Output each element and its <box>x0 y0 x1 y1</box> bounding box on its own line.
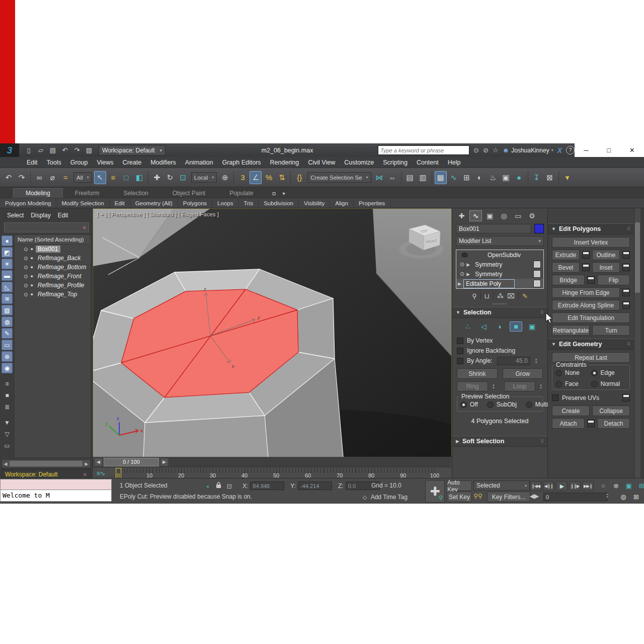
menu-scripting[interactable]: Scripting <box>378 159 412 166</box>
key-filters-icon[interactable]: ⚲⚲ <box>473 492 482 500</box>
filter-materials-icon[interactable]: ▧ <box>2 305 13 315</box>
modifier-gizmo-box[interactable] <box>533 261 541 268</box>
mini-curve-editor-icon[interactable]: ≡∿ <box>97 470 105 477</box>
by-angle-value[interactable]: 45.0 <box>497 357 530 365</box>
panel-modify-selection[interactable]: Modify Selection <box>56 198 109 208</box>
filter-containers-icon[interactable]: ▭ <box>2 340 13 350</box>
snaps-toggle-icon[interactable]: 3 <box>236 171 249 184</box>
make-unique-icon[interactable]: ⁂ <box>497 292 504 300</box>
time-slider-track[interactable] <box>170 458 450 466</box>
view-list-icon[interactable]: ≡ <box>2 378 13 389</box>
modifier-row-opensubdiv[interactable]: OpenSubdiv <box>456 250 543 260</box>
exchange-icon[interactable]: X <box>557 146 562 154</box>
list-item[interactable]: ⊙● RefImage_Profile <box>15 281 91 290</box>
insert-vertex-button[interactable]: Insert Vertex <box>552 237 630 248</box>
panel-align[interactable]: Align <box>330 198 354 208</box>
explorer-horizontal-scrollbar[interactable]: ◀ ▶ <box>2 459 91 468</box>
edit-triangulation-button[interactable]: Edit Triangulation <box>552 312 630 323</box>
hinge-settings-icon[interactable] <box>622 289 630 296</box>
redo-icon[interactable]: ↷ <box>16 171 28 184</box>
filter-shapes-icon[interactable]: ◩ <box>2 247 13 258</box>
modifier-list-dropdown[interactable]: Modifier List ▾ <box>456 236 544 246</box>
ribbon-tab-selection[interactable]: Selection <box>111 189 160 198</box>
spinner-arrows-icon[interactable]: ▲▼ <box>492 383 495 389</box>
tab-modify-icon[interactable]: ∿ <box>469 210 482 221</box>
scene-object-box001[interactable] <box>93 269 343 457</box>
ribbon-tab-modeling[interactable]: Modeling <box>13 188 63 198</box>
expand-arrow-icon[interactable]: ▶ <box>466 262 470 267</box>
communication-center-icon[interactable]: ⊘ <box>483 146 489 154</box>
visibility-eye-icon[interactable]: ⊙ <box>24 247 28 252</box>
ribbon-tab-populate[interactable]: Populate <box>217 189 265 198</box>
shrink-button[interactable]: Shrink <box>457 368 498 379</box>
go-to-end-icon[interactable]: ▶▶❙ <box>582 481 594 491</box>
panel-properties[interactable]: Properties <box>354 198 390 208</box>
favorites-icon[interactable]: ☆ <box>493 146 499 154</box>
attach-button[interactable]: Attach <box>552 418 585 429</box>
preview-multi-radio[interactable]: Multi <box>526 401 548 408</box>
object-name-field[interactable]: Box001 <box>456 224 531 233</box>
subobject-element-icon[interactable]: ▣ <box>526 321 538 332</box>
flyout-arrow-icon[interactable]: ▾ <box>561 171 574 184</box>
save-file-icon[interactable]: ▤ <box>47 145 58 155</box>
previous-key-icon[interactable]: ◀❙❙ <box>543 481 554 491</box>
project-folder-icon[interactable]: ▨ <box>84 145 95 155</box>
object-name[interactable]: RefImage_Profile <box>36 282 87 289</box>
visibility-eye-icon[interactable]: ⊙ <box>460 271 464 277</box>
collapse-button[interactable]: Collapse <box>592 406 630 416</box>
hinge-from-edge-button[interactable]: Hinge From Edge <box>552 287 620 298</box>
view-frame-icon[interactable]: ■ <box>2 390 13 400</box>
menu-customize[interactable]: Customize <box>340 159 378 166</box>
folder-icon[interactable]: ▭ <box>2 440 13 451</box>
tab-hierarchy-icon[interactable]: ▣ <box>484 210 496 221</box>
select-and-rotate-icon[interactable]: ↻ <box>164 171 176 184</box>
bridge-settings-icon[interactable] <box>587 276 595 284</box>
attach-settings-icon[interactable] <box>587 420 595 427</box>
ribbon-tab-object-paint[interactable]: Object Paint <box>160 189 217 198</box>
filter-lights-icon[interactable]: ☀ <box>2 259 13 269</box>
panel-resize-grip[interactable]: •••••• <box>452 302 547 307</box>
rendered-frame-icon[interactable]: ▣ <box>500 171 512 184</box>
percent-snap-icon[interactable]: % <box>263 171 275 184</box>
ribbon-minimize-icon[interactable]: ↧ <box>531 171 543 184</box>
show-end-result-icon[interactable]: ⊔ <box>485 292 490 300</box>
explorer-search-input[interactable]: ✕ <box>4 222 89 232</box>
visibility-eye-icon[interactable]: ⊙ <box>460 261 464 268</box>
viewport-label[interactable]: [ + ] [ Perspective ] [ Standard ] [ Edg… <box>97 211 219 217</box>
subobject-vertex-icon[interactable]: ∴ <box>461 321 474 332</box>
set-key-button[interactable]: Set Key <box>447 492 472 502</box>
list-item[interactable]: ⊙● RefImage_Front <box>15 272 91 281</box>
spinner-snap-icon[interactable]: ⇅ <box>276 171 288 184</box>
object-color-swatch[interactable] <box>534 224 544 233</box>
perspective-viewport[interactable]: z y x z x y <box>93 208 452 456</box>
frame-step-icon[interactable]: ◀▶ <box>530 492 539 500</box>
search-input[interactable]: Type a keyword or phrase <box>378 145 469 155</box>
filter-show-all-icon[interactable]: ◉ <box>2 363 13 373</box>
panel-visibility[interactable]: Visibility <box>299 198 330 208</box>
zoom-extents-icon[interactable]: ▣ <box>623 481 634 490</box>
key-filters-button[interactable]: Key Filters... <box>487 492 530 502</box>
edit-polygons-rollout-header[interactable]: ▼ Edit Polygons ⠿ <box>548 223 634 234</box>
menu-content[interactable]: Content <box>412 159 443 166</box>
orbit-icon[interactable]: ◍ <box>618 492 629 501</box>
curve-editor-icon[interactable]: ∿ <box>448 171 460 184</box>
explorer-menu-display[interactable]: Display <box>31 212 50 219</box>
bevel-settings-icon[interactable] <box>582 264 590 271</box>
help-icon[interactable]: ? <box>566 146 575 154</box>
menu-modifiers[interactable]: Modifiers <box>146 159 181 166</box>
panel-tris[interactable]: Tris <box>238 198 259 208</box>
create-button[interactable]: Create <box>552 406 590 416</box>
scroll-left-icon[interactable]: ◀ <box>2 461 9 466</box>
minimize-button[interactable]: ─ <box>584 146 588 154</box>
bridge-button[interactable]: Bridge <box>552 275 585 285</box>
maximize-button[interactable]: □ <box>607 146 611 154</box>
modifier-row-editable-poly[interactable]: ▶ Editable Poly <box>456 279 543 288</box>
menu-views[interactable]: Views <box>92 159 118 166</box>
maxscript-mini-listener[interactable]: Welcome to M <box>0 479 112 502</box>
rectangular-selection-icon[interactable]: □ <box>120 171 132 184</box>
loop-button[interactable]: Loop <box>504 381 535 391</box>
selection-rollout-header[interactable]: ▼ Selection ⠿ <box>452 307 547 318</box>
user-account[interactable]: ☻ JoshuaKinney ▾ <box>503 146 553 154</box>
close-icon[interactable]: ✕ <box>83 472 87 477</box>
list-item[interactable]: ⊙● RefImage_Bottom <box>15 263 91 272</box>
